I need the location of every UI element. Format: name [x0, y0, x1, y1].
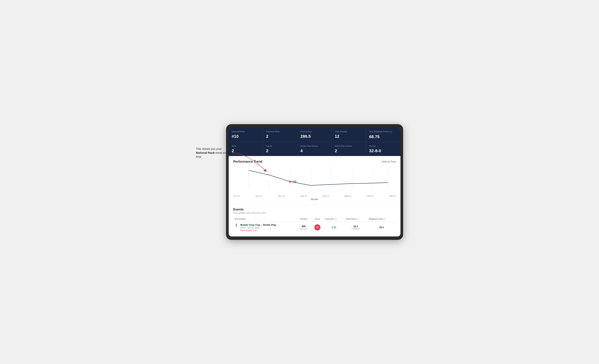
stats-row-2: Wins 2 Top 3s 2 Stroke Play Events 4 Mat…	[229, 142, 400, 156]
stat-regional-rank: Regional Rank 2	[263, 128, 297, 142]
stat-regional-rank-label: Regional Rank	[266, 130, 294, 133]
annotation-text: This shows you your National Rank trend …	[196, 147, 234, 159]
chart-x-label-1: NOV 23	[255, 195, 262, 197]
event-sg-cell: 0.45	[324, 221, 344, 233]
performance-trend-label: National Rank	[382, 160, 396, 163]
stat-avg-weighted-points: Avg. Weighted Points i 68.75	[366, 128, 400, 142]
chart-x-label-6: APR 24	[367, 195, 374, 197]
stat-national-rank: National Rank #10	[229, 128, 263, 142]
data-point-marker	[289, 181, 291, 183]
performance-trend-header: Performance Trend National Rank	[233, 160, 396, 164]
events-table-body: 🏌 Buster Cozy Cup – Stroke Play Oct 9 – …	[233, 221, 396, 233]
stat-scoring-avg-value: 286.5	[300, 134, 328, 139]
stat-total-rounds-value: 12	[335, 134, 363, 139]
event-position-sub: out of 7	[298, 228, 309, 230]
event-weighted-points-value: 28.3	[379, 226, 384, 229]
stat-record: Record 32-8-0	[366, 142, 400, 156]
stat-match-play: Match Play Events 2	[332, 142, 366, 156]
chart-x-labels: OCT 23 NOV 23 DEC 23 JAN 24 FEB 24 MAR 2…	[233, 195, 396, 197]
event-total-points-value: 28.3	[346, 225, 366, 228]
event-info-cell: 🏌 Buster Cozy Cup – Stroke Play Oct 9 – …	[233, 221, 297, 233]
stat-avg-weighted-label: Avg. Weighted Points i	[369, 130, 397, 133]
th-total-points: Total Points i	[344, 217, 367, 222]
stat-wins-value: 2	[232, 149, 260, 153]
data-point-label: #10	[292, 180, 297, 183]
events-section: Events Last updated: 24th November 2023 …	[229, 204, 400, 236]
event-sg-info-icon[interactable]: i	[334, 218, 337, 220]
chart-x-label-5: MAR 24	[344, 195, 351, 197]
outer-wrapper: This shows you your National Rank trend …	[196, 124, 403, 240]
events-table-header-row: Event Name Position Score Event SG	[233, 217, 396, 222]
chart-x-label-3: JAN 24	[300, 195, 307, 197]
stat-record-label: Record	[369, 145, 397, 147]
event-total-points-sub: 3 Rounds	[346, 228, 366, 230]
annotation-bold: National Rank	[196, 151, 215, 154]
performance-trend-title: Performance Trend	[233, 160, 262, 164]
rank-direction-icon: ▼	[255, 229, 257, 231]
event-weighted-points-cell: 28.3	[367, 221, 396, 233]
chart-x-label-2: DEC 23	[278, 195, 285, 197]
chart-svg: #10	[233, 167, 396, 193]
avg-weighted-info-icon[interactable]: i	[389, 131, 392, 133]
tablet-screen: National Rank #10 Regional Rank 2 Scorin…	[229, 128, 400, 236]
stat-national-rank-value: #10	[232, 134, 260, 139]
stat-avg-weighted-value: 68.75	[369, 134, 397, 139]
table-row: 🏌 Buster Cozy Cup – Stroke Play Oct 9 – …	[233, 221, 396, 233]
stat-total-rounds-label: Total Rounds	[335, 130, 363, 133]
stat-record-value: 32-8-0	[369, 149, 397, 153]
stat-match-play-label: Match Play Events	[335, 145, 363, 147]
stat-scoring-avg-label: Scoring Avg.	[300, 130, 328, 133]
stat-total-rounds: Total Rounds 12	[332, 128, 366, 142]
performance-chart: #10	[233, 167, 396, 193]
stats-row-1: National Rank #10 Regional Rank 2 Scorin…	[229, 128, 400, 142]
chart-x-label-4: FEB 24	[323, 195, 329, 197]
th-position: Position	[297, 217, 311, 222]
stat-national-rank-label: National Rank	[232, 130, 260, 133]
stat-top3s: Top 3s 2	[263, 142, 297, 156]
stat-wins: Wins 2	[229, 142, 263, 156]
golf-icon: 🏌	[235, 223, 238, 227]
event-rank-impact: Rank Impact: 3 ▼	[240, 229, 276, 231]
stat-top3s-label: Top 3s	[266, 145, 294, 147]
event-position-cell: 6th out of 7	[297, 221, 311, 233]
events-title: Events	[233, 208, 396, 211]
event-score-cell: -22	[311, 221, 324, 233]
th-score: Score	[311, 217, 324, 222]
events-table: Event Name Position Score Event SG	[233, 217, 396, 233]
tablet-frame: National Rank #10 Regional Rank 2 Scorin…	[226, 124, 403, 240]
performance-trend-section: Performance Trend National Rank	[229, 156, 400, 204]
event-score-badge: -22	[314, 224, 320, 231]
events-last-updated: Last updated: 24th November 2023	[233, 212, 396, 214]
stat-wins-label: Wins	[232, 145, 260, 147]
event-details: Buster Cozy Cup – Stroke Play Oct 9 – Oc…	[240, 223, 276, 231]
chart-x-label-7: MAY 24	[389, 195, 396, 197]
weighted-points-info-icon[interactable]: i	[383, 218, 386, 220]
chart-x-title: Months	[233, 198, 396, 201]
stat-top3s-value: 2	[266, 149, 294, 153]
stat-stroke-play-value: 4	[300, 149, 328, 153]
stat-stroke-play: Stroke Play Events 4	[297, 142, 332, 156]
stat-stroke-play-label: Stroke Play Events	[300, 145, 328, 147]
th-weighted-points: Weighted Points i	[367, 217, 396, 222]
stat-match-play-value: 2	[335, 149, 363, 153]
stat-regional-rank-value: 2	[266, 134, 294, 139]
annotation-plain: This shows you your	[196, 147, 222, 150]
event-total-points-cell: 28.3 3 Rounds	[344, 221, 367, 233]
event-date: Oct 9 – Oct 10, 2023	[240, 227, 276, 229]
th-event-sg: Event SG i	[324, 217, 344, 222]
event-name: Buster Cozy Cup – Stroke Play	[240, 223, 276, 226]
th-event-name: Event Name	[233, 217, 297, 222]
stat-scoring-avg: Scoring Avg. 286.5	[297, 128, 332, 142]
events-table-head: Event Name Position Score Event SG	[233, 217, 396, 222]
total-points-info-icon[interactable]: i	[356, 218, 359, 220]
chart-x-label-0: OCT 23	[233, 195, 240, 197]
event-position-value: 6th	[298, 225, 309, 228]
